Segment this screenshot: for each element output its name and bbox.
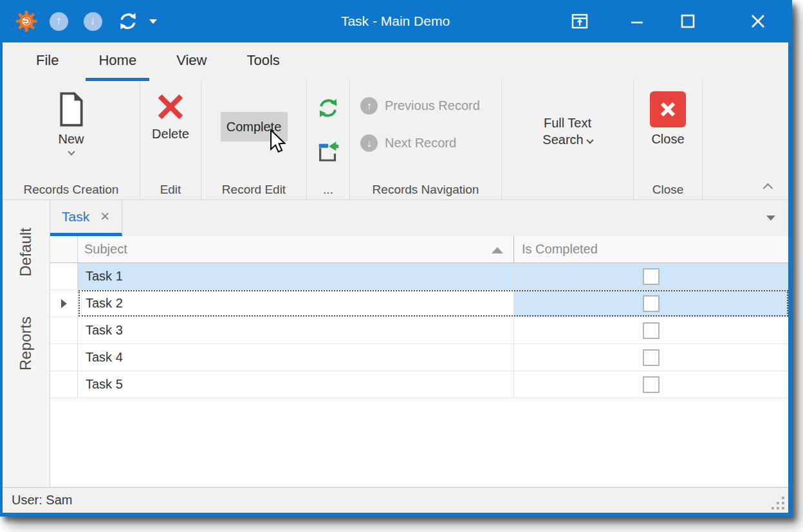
app-window: ↑ ↓ Task - Main Demo — [0, 0, 792, 517]
status-user: User: Sam — [12, 493, 72, 508]
is-completed-cell — [514, 317, 788, 344]
rollup-window-button[interactable] — [569, 0, 591, 42]
close-button-label: Close — [651, 132, 684, 147]
focused-row-arrow-icon — [61, 299, 67, 308]
open-in-new-window-button[interactable] — [316, 139, 340, 166]
is-completed-cell — [514, 371, 788, 398]
sidebar-item-reports[interactable]: Reports — [3, 298, 50, 389]
subject-cell[interactable]: Task 4 — [78, 344, 514, 371]
group-label-record-edit: Record Edit — [201, 183, 306, 197]
group-label-more: ... — [307, 183, 349, 197]
group-records-navigation: ↑ Previous Record ↓ Next Record Records … — [350, 81, 502, 199]
arrow-down-circle-icon: ↓ — [360, 134, 378, 152]
tab-tools[interactable]: Tools — [234, 42, 292, 81]
new-document-icon — [57, 91, 86, 127]
tab-file[interactable]: File — [23, 42, 71, 81]
ribbon-tab-bar: File Home View Tools — [3, 42, 788, 81]
resize-grip[interactable] — [771, 497, 784, 509]
statusbar: User: Sam — [3, 487, 788, 513]
close-window-button[interactable] — [748, 0, 768, 42]
ribbon: New Records Creation Delete Edit Complet… — [3, 81, 788, 200]
table-row[interactable]: Task 1 — [50, 263, 788, 290]
group-label-records-creation: Records Creation — [3, 183, 140, 197]
main-area: Default Reports Task ✕ Subject — [3, 200, 788, 487]
tab-list-dropdown-button[interactable] — [766, 216, 775, 221]
sidebar-item-default[interactable]: Default — [3, 206, 50, 298]
sidebar-item-reports-label: Reports — [17, 316, 35, 371]
minimize-button[interactable] — [628, 0, 646, 42]
new-button-label: New — [58, 132, 84, 147]
titlebar: ↑ ↓ Task - Main Demo — [3, 0, 788, 42]
ribbon-spacer — [703, 81, 788, 199]
subject-cell[interactable]: Task 1 — [78, 263, 514, 289]
refresh-green-icon — [317, 96, 340, 120]
table-row[interactable]: Task 2 — [50, 290, 788, 317]
group-search: Full Text Search — [502, 81, 634, 199]
checkbox[interactable] — [643, 295, 660, 312]
row-indicator-cell — [50, 317, 78, 344]
tab-view[interactable]: View — [163, 42, 219, 81]
maximize-button[interactable] — [678, 0, 697, 42]
refresh-record-button[interactable] — [317, 96, 340, 122]
table-row[interactable]: Task 5 — [50, 371, 788, 398]
tab-home[interactable]: Home — [86, 42, 149, 81]
checkbox[interactable] — [643, 268, 660, 285]
checkbox[interactable] — [643, 322, 660, 339]
next-record-label: Next Record — [385, 136, 456, 151]
column-header-is-completed-label: Is Completed — [522, 242, 598, 257]
mouse-cursor-icon — [266, 129, 288, 160]
row-indicator-cell — [50, 263, 78, 289]
full-text-search-label: Full Text Search — [542, 116, 591, 147]
grid-empty-area — [50, 398, 788, 487]
column-header-is-completed[interactable]: Is Completed — [514, 236, 788, 262]
checkbox[interactable] — [643, 349, 660, 366]
group-record-edit: Complete Record Edit — [201, 81, 307, 199]
group-more: ... — [307, 81, 350, 199]
navigation-sidebar: Default Reports — [3, 200, 50, 487]
close-view-button[interactable]: Close — [634, 91, 702, 147]
chevron-down-icon — [68, 148, 75, 155]
grid-header-gutter — [50, 236, 78, 262]
delete-button-label: Delete — [152, 127, 189, 142]
collapse-ribbon-button[interactable] — [763, 183, 773, 194]
group-label-records-navigation: Records Navigation — [350, 183, 501, 197]
document-tabstrip: Task ✕ — [50, 200, 788, 236]
delete-x-icon — [155, 91, 186, 122]
is-completed-cell — [514, 263, 788, 289]
delete-button[interactable]: Delete — [140, 91, 201, 142]
is-completed-cell — [514, 344, 788, 371]
previous-record-button[interactable]: ↑ Previous Record — [360, 97, 501, 115]
table-row[interactable]: Task 3 — [50, 317, 788, 344]
popout-window-icon — [316, 139, 340, 163]
column-header-subject[interactable]: Subject — [78, 236, 514, 262]
sort-ascending-icon — [492, 247, 503, 253]
subject-cell[interactable]: Task 3 — [78, 317, 514, 344]
row-indicator-cell — [50, 344, 78, 371]
content-area: Task ✕ Subject Is Completed — [50, 200, 788, 487]
subject-cell[interactable]: Task 5 — [78, 371, 514, 398]
group-label-close: Close — [634, 183, 702, 197]
rollup-icon — [571, 12, 589, 30]
group-records-creation: New Records Creation — [3, 81, 140, 199]
tab-task-label: Task — [62, 209, 89, 225]
tab-close-icon[interactable]: ✕ — [100, 209, 110, 224]
tab-task[interactable]: Task ✕ — [50, 200, 122, 236]
next-record-button[interactable]: ↓ Next Record — [360, 134, 501, 152]
column-header-subject-label: Subject — [84, 242, 127, 257]
chevron-down-icon — [586, 136, 593, 143]
previous-record-label: Previous Record — [385, 98, 480, 113]
sidebar-item-default-label: Default — [17, 228, 35, 277]
row-indicator-cell — [50, 290, 78, 316]
task-grid: Subject Is Completed Task 1 — [50, 236, 788, 398]
full-text-search-button[interactable]: Full Text Search — [530, 115, 605, 148]
table-row[interactable]: Task 4 — [50, 344, 788, 371]
group-close: Close Close — [634, 81, 703, 199]
subject-cell[interactable]: Task 2 — [78, 290, 514, 316]
group-label-edit: Edit — [140, 183, 201, 197]
checkbox[interactable] — [643, 376, 660, 393]
close-red-icon — [650, 91, 686, 127]
group-edit: Delete Edit — [140, 81, 201, 199]
new-button[interactable]: New — [3, 91, 140, 154]
maximize-icon — [680, 14, 696, 29]
window-title: Task - Main Demo — [3, 0, 788, 42]
